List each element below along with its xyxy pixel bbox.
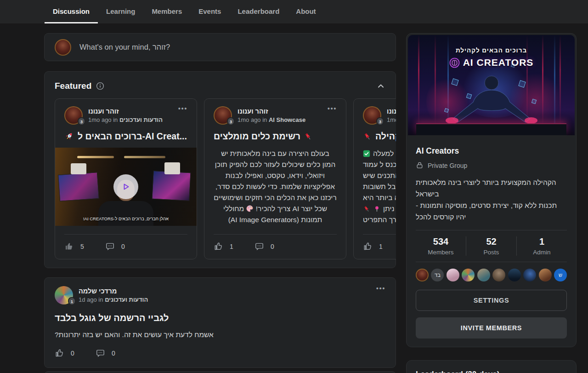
- tab-members[interactable]: Members: [143, 0, 190, 23]
- author-avatar[interactable]: 3: [214, 106, 232, 125]
- ai-figure-illustration: [436, 73, 547, 128]
- member-avatar[interactable]: [447, 269, 459, 281]
- group-stats: 534 Members 52 Posts 1 Admin: [416, 230, 567, 262]
- post-title[interactable]: ברוכים הבאים ל-AI Creat...: [64, 131, 187, 142]
- tab-leaderboard[interactable]: Leaderboard: [229, 0, 288, 23]
- featured-post-card[interactable]: 3 זוהר וענונו 1mo ago in איך מתמצאים בקה…: [353, 98, 396, 259]
- tab-learning[interactable]: Learning: [98, 0, 143, 23]
- level-badge: 3: [376, 117, 384, 126]
- author-name[interactable]: זוהר וענונו: [88, 108, 163, 115]
- palette-emoji: [246, 205, 254, 212]
- stat-posts: 52 Posts: [466, 236, 516, 256]
- speaker-right: [164, 162, 180, 174]
- round-pin-emoji: [373, 206, 380, 212]
- play-button-icon[interactable]: [113, 174, 138, 199]
- stat-admin: 1 Admin: [516, 236, 567, 256]
- like-button[interactable]: [64, 241, 74, 251]
- pushpin-emoji: [363, 132, 372, 141]
- video-caption: אהלן חברים, ברוכים הבאים ל-AI CREATORS!: [55, 216, 197, 221]
- video-thumbnail[interactable]: אהלן חברים, ברוכים הבאים ל-AI CREATORS!: [55, 148, 197, 226]
- brain-logo-icon: [449, 57, 460, 68]
- member-avatar-initials[interactable]: ש: [554, 269, 567, 281]
- monitor-left: [58, 172, 99, 201]
- comment-count: 0: [121, 243, 133, 250]
- info-icon[interactable]: [96, 82, 104, 90]
- author-avatar[interactable]: 3: [363, 106, 381, 125]
- check-emoji: [363, 150, 370, 157]
- leaderboard-title: Leaderboard (30-days): [416, 370, 567, 373]
- member-avatar-initials[interactable]: בד: [431, 269, 444, 281]
- like-count: 0: [71, 350, 83, 357]
- tab-discussion[interactable]: Discussion: [45, 0, 98, 23]
- like-button[interactable]: [214, 241, 223, 251]
- chevron-up-icon[interactable]: [376, 81, 385, 91]
- like-button[interactable]: [55, 348, 64, 358]
- member-avatar[interactable]: [523, 269, 536, 281]
- speaker-left: [71, 163, 86, 174]
- channel-link[interactable]: AI Showcase: [269, 116, 305, 123]
- like-button[interactable]: [363, 241, 373, 251]
- post-card[interactable]: 1 מרדכי שלמה 1d ago in הודעות ועדכונים •…: [44, 277, 396, 368]
- level-badge: 3: [227, 117, 235, 126]
- post-composer-input[interactable]: What's on your mind, זוהר?: [44, 33, 396, 61]
- invite-members-button[interactable]: INVITE MEMBERS: [416, 317, 567, 339]
- tab-events[interactable]: Events: [190, 0, 229, 23]
- post-menu-button[interactable]: •••: [328, 106, 337, 111]
- like-count: 5: [80, 243, 92, 250]
- member-avatar[interactable]: [416, 269, 429, 281]
- author-name[interactable]: מרדכי שלמה: [79, 287, 148, 295]
- desk-illustration: [416, 123, 566, 135]
- user-avatar[interactable]: [55, 39, 71, 56]
- post-menu-button[interactable]: •••: [376, 286, 385, 291]
- comment-count: 0: [271, 243, 283, 250]
- banner-brand-row: AI CREATORS: [408, 57, 575, 68]
- featured-post-card[interactable]: 3 זוהר וענונו 1mo ago in AI Showcase •••…: [204, 98, 346, 259]
- author-name[interactable]: זוהר וענונו: [237, 108, 305, 115]
- member-avatars-row: בד ש: [416, 262, 567, 282]
- studio-light: [124, 156, 165, 158]
- banner-brand-text: AI CREATORS: [463, 57, 534, 68]
- post-body: יש שאלות? למעלה אפשר להיכנס ל עמוד כל הת…: [363, 148, 396, 225]
- group-description: הקהילה המקצועית ביותר ליוצרי בינה מלאכות…: [416, 177, 567, 223]
- member-avatar[interactable]: [477, 269, 490, 281]
- comment-count: 0: [112, 350, 124, 357]
- next-post-card-edge[interactable]: [44, 371, 396, 373]
- post-title[interactable]: לגביי הרשמה של גוגל בלבד: [55, 313, 385, 323]
- group-info-card: ברוכים הבאים לקהילת AI CREATORS AI Creat…: [406, 33, 577, 347]
- comment-button[interactable]: [254, 241, 264, 251]
- leaderboard-card: Leaderboard (30-days): [406, 360, 577, 373]
- like-count: 1: [230, 243, 242, 250]
- rocket-emoji: [64, 132, 74, 141]
- featured-title: Featured: [55, 81, 91, 91]
- privacy-label: Private Group: [428, 162, 467, 169]
- stat-members: 534 Members: [416, 236, 466, 256]
- composer-placeholder: What's on your mind, זוהר?: [79, 43, 170, 52]
- tab-about[interactable]: About: [288, 0, 324, 23]
- author-avatar[interactable]: 3: [64, 106, 83, 125]
- comment-button[interactable]: [96, 348, 105, 358]
- studio-light: [77, 156, 114, 158]
- member-avatar[interactable]: [492, 269, 505, 281]
- post-title[interactable]: רשימת כלים מומלצים: [214, 131, 337, 142]
- post-meta: 1mo ago in: [387, 116, 396, 123]
- monitor-right: [152, 171, 191, 201]
- author-avatar[interactable]: 1: [55, 286, 73, 304]
- author-name[interactable]: זוהר וענונו: [387, 108, 396, 115]
- post-meta: 1mo ago in AI Showcase: [237, 116, 305, 123]
- top-nav: Discussion Learning Members Events Leade…: [0, 0, 588, 23]
- post-body: אשמח לדעת איך עושים את זה. והאם יש בזה י…: [55, 331, 385, 339]
- group-cover-image: ברוכים הבאים לקהילת AI CREATORS: [408, 35, 575, 135]
- member-avatar[interactable]: [508, 269, 521, 281]
- member-avatar[interactable]: [462, 269, 475, 281]
- featured-carousel[interactable]: 3 זוהר וענונו 1mo ago in הודעות ועדכונים…: [55, 98, 396, 259]
- settings-button[interactable]: SETTINGS: [416, 290, 567, 311]
- post-menu-button[interactable]: •••: [178, 106, 187, 111]
- channel-link[interactable]: הודעות ועדכונים: [105, 296, 148, 303]
- lock-icon: [416, 161, 424, 169]
- member-avatar[interactable]: [539, 269, 552, 281]
- comment-button[interactable]: [105, 241, 115, 251]
- channel-link[interactable]: הודעות ועדכונים: [119, 116, 163, 123]
- featured-post-card[interactable]: 3 זוהר וענונו 1mo ago in הודעות ועדכונים…: [55, 98, 197, 259]
- banner-welcome-text: ברוכים הבאים לקהילת: [408, 47, 575, 54]
- post-title[interactable]: איך מתמצאים בקהילה: [363, 131, 396, 142]
